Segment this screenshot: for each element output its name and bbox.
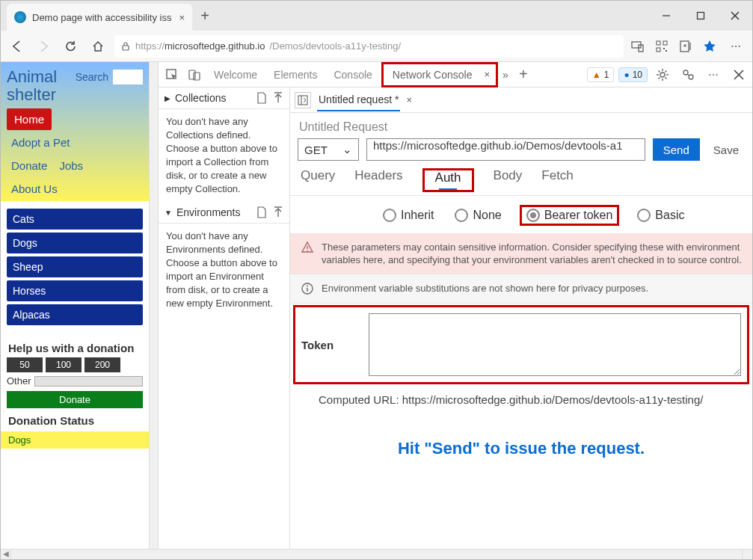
title-bar: Demo page with accessibility iss × + bbox=[1, 1, 752, 31]
nav-home[interactable]: Home bbox=[7, 108, 52, 130]
devtools-tabs: Welcome Elements Console Network Console… bbox=[159, 62, 752, 87]
svg-rect-9 bbox=[657, 48, 660, 52]
category-item[interactable]: Horses bbox=[7, 280, 143, 301]
section-headers[interactable]: Headers bbox=[354, 168, 402, 192]
environments-header[interactable]: ▼ Environments bbox=[159, 202, 289, 224]
close-tab-icon[interactable]: × bbox=[479, 69, 494, 80]
toggle-sidebar-icon[interactable] bbox=[295, 92, 311, 108]
activity-icon[interactable] bbox=[677, 64, 698, 85]
section-fetch[interactable]: Fetch bbox=[541, 168, 574, 192]
svg-line-25 bbox=[666, 77, 667, 79]
responsive-icon[interactable] bbox=[630, 38, 646, 55]
tab-elements[interactable]: Elements bbox=[266, 64, 325, 85]
info-count[interactable]: ●10 bbox=[618, 67, 648, 82]
home-button[interactable] bbox=[87, 36, 108, 57]
amount-50[interactable]: 50 bbox=[7, 357, 43, 372]
donation-status-title: Donation Status bbox=[1, 414, 149, 431]
amount-200[interactable]: 200 bbox=[84, 357, 120, 372]
bottom-scrollbar[interactable]: ◀ bbox=[1, 549, 752, 559]
category-item[interactable]: Dogs bbox=[7, 233, 143, 253]
donate-button[interactable]: Donate bbox=[7, 391, 143, 408]
section-auth[interactable]: Auth bbox=[426, 170, 470, 190]
info-icon bbox=[301, 282, 314, 295]
url-path: /Demos/devtools-a11y-testing/ bbox=[269, 40, 401, 52]
request-url-input[interactable]: https://microsoftedge.github.io/Demos/de… bbox=[366, 138, 645, 161]
nav-about[interactable]: About Us bbox=[7, 178, 143, 200]
nav-donate[interactable]: Donate bbox=[7, 155, 47, 176]
search-input[interactable] bbox=[113, 70, 143, 84]
devtools-menu-icon[interactable]: ··· bbox=[703, 64, 724, 85]
menu-button[interactable]: ··· bbox=[725, 38, 746, 55]
network-console-main: Untitled request * × Untitled Request GE… bbox=[290, 87, 752, 549]
tab-console[interactable]: Console bbox=[326, 64, 379, 85]
warning-banner: These parameters may contain sensitive i… bbox=[290, 233, 752, 274]
auth-basic[interactable]: Basic bbox=[634, 207, 687, 224]
more-tabs-icon[interactable]: » bbox=[500, 69, 511, 81]
url-prefix: https:// bbox=[135, 40, 165, 52]
qr-icon[interactable] bbox=[654, 38, 670, 55]
other-amount-input[interactable] bbox=[34, 376, 143, 387]
address-bar[interactable]: https://microsoftedge.github.io/Demos/de… bbox=[114, 35, 624, 58]
import-icon[interactable] bbox=[273, 92, 283, 104]
inspect-icon[interactable] bbox=[162, 64, 182, 85]
collections-header[interactable]: ▶ Collections bbox=[159, 87, 289, 109]
brand-line1: Animal bbox=[7, 68, 71, 86]
save-button[interactable]: Save bbox=[707, 138, 745, 161]
info-banner: Environment variable substitutions are n… bbox=[290, 274, 752, 304]
auth-radio-row: Inherit None Bearer token Basic bbox=[290, 196, 752, 233]
collections-icon[interactable] bbox=[677, 38, 694, 55]
category-item[interactable]: Alpacas bbox=[7, 304, 143, 325]
token-input[interactable] bbox=[369, 313, 741, 376]
devtools-panel: Welcome Elements Console Network Console… bbox=[159, 62, 752, 549]
maximize-button[interactable] bbox=[683, 1, 718, 31]
new-file-icon[interactable] bbox=[256, 92, 267, 104]
category-item[interactable]: Cats bbox=[7, 209, 143, 230]
svg-point-40 bbox=[307, 250, 308, 251]
favorite-icon[interactable] bbox=[701, 38, 718, 55]
request-row: GET⌄ https://microsoftedge.github.io/Dem… bbox=[290, 138, 752, 161]
category-item[interactable]: Sheep bbox=[7, 256, 143, 277]
browser-tab[interactable]: Demo page with accessibility iss × bbox=[7, 4, 192, 31]
add-tab-icon[interactable]: + bbox=[513, 64, 534, 85]
back-button[interactable] bbox=[7, 36, 28, 57]
section-auth-highlight: Auth bbox=[422, 168, 474, 192]
new-file-icon[interactable] bbox=[256, 206, 267, 218]
network-console-sidebar: ▶ Collections You don't have any Collect… bbox=[159, 87, 290, 549]
section-query[interactable]: Query bbox=[301, 168, 335, 192]
method-select[interactable]: GET⌄ bbox=[298, 138, 359, 161]
section-body[interactable]: Body bbox=[494, 168, 523, 192]
refresh-button[interactable] bbox=[61, 36, 82, 57]
new-tab-button[interactable]: + bbox=[192, 1, 218, 31]
amount-100[interactable]: 100 bbox=[46, 357, 82, 372]
close-tab-icon[interactable]: × bbox=[179, 12, 185, 23]
section-tabs: Query Headers Auth Body Fetch bbox=[290, 161, 752, 196]
svg-line-24 bbox=[659, 70, 660, 72]
gear-icon[interactable] bbox=[652, 64, 673, 85]
content-area: Animal Search shelter Home Adopt a Pet D… bbox=[1, 62, 752, 549]
devtools-close-icon[interactable] bbox=[728, 64, 749, 85]
donate-amounts: 50 100 200 bbox=[1, 357, 149, 372]
token-label: Token bbox=[301, 313, 358, 376]
warning-icon bbox=[301, 241, 314, 266]
device-icon[interactable] bbox=[184, 64, 205, 85]
category-list: Cats Dogs Sheep Horses Alpacas bbox=[1, 201, 149, 336]
window-controls bbox=[649, 1, 752, 31]
send-button[interactable]: Send bbox=[653, 138, 700, 161]
nav-jobs[interactable]: Jobs bbox=[59, 155, 87, 176]
error-count[interactable]: ▲1 bbox=[587, 67, 615, 82]
auth-inherit[interactable]: Inherit bbox=[380, 207, 437, 224]
tab-network-console[interactable]: Network Console bbox=[385, 64, 480, 85]
forward-button[interactable] bbox=[34, 36, 55, 57]
demo-page: Animal Search shelter Home Adopt a Pet D… bbox=[1, 62, 150, 549]
close-window-button[interactable] bbox=[718, 1, 752, 31]
page-scrollbar[interactable] bbox=[150, 62, 159, 549]
auth-bearer[interactable]: Bearer token bbox=[523, 207, 616, 224]
close-request-tab-icon[interactable]: × bbox=[406, 94, 412, 105]
minimize-button[interactable] bbox=[649, 1, 683, 31]
import-icon[interactable] bbox=[273, 206, 283, 218]
collections-help: You don't have any Collections defined. … bbox=[159, 109, 289, 202]
tab-welcome[interactable]: Welcome bbox=[206, 64, 265, 85]
token-row-highlight: Token bbox=[293, 305, 749, 384]
auth-none[interactable]: None bbox=[452, 207, 504, 224]
request-tab[interactable]: Untitled request * bbox=[317, 89, 400, 111]
